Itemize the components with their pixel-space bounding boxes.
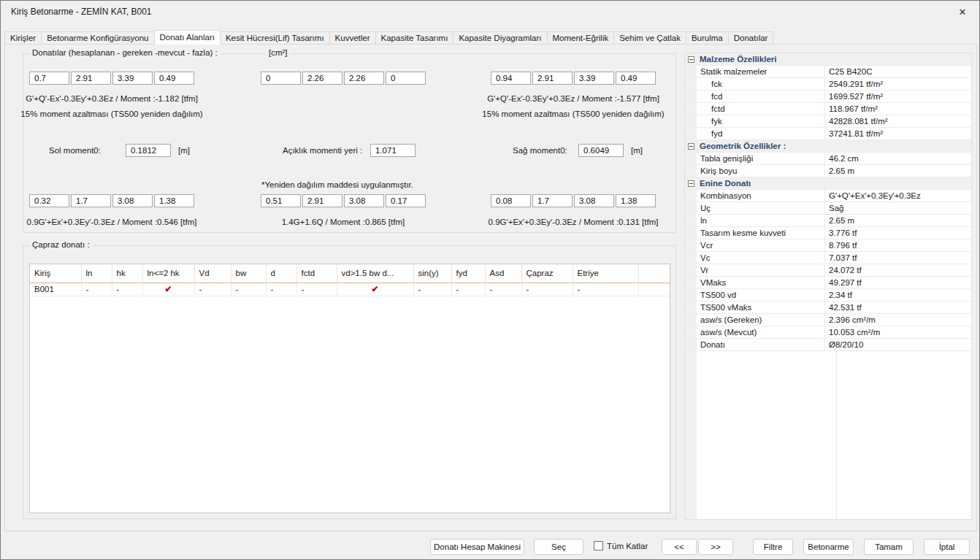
- rebar-value-input[interactable]: [261, 72, 301, 85]
- column-header[interactable]: Vd: [194, 264, 231, 283]
- bottom-right-combination-moment: 0.9G'+Ex'+0.3Ey'-0.3Ez / Moment :0.131 […: [489, 218, 659, 226]
- tab-kirisler[interactable]: Kirişler: [4, 31, 42, 45]
- tab-kapasite-tasarimi[interactable]: Kapasite Tasarımı: [375, 31, 454, 45]
- property-row[interactable]: ln 2.65 m: [685, 215, 971, 227]
- column-header[interactable]: fyd: [451, 264, 485, 283]
- tab-donati-alanlari[interactable]: Donatı Alanları: [154, 30, 221, 45]
- column-header[interactable]: hk: [112, 264, 142, 283]
- table-row[interactable]: B001 - - ✔ - - - - ✔ - - - - -: [30, 283, 670, 296]
- tab-betonarme-konfigurasyonu[interactable]: Betonarme Konfigürasyonu: [41, 31, 154, 45]
- cancel-button[interactable]: İptal: [924, 539, 970, 555]
- rebar-value-input[interactable]: [29, 72, 69, 85]
- rebar-value-input[interactable]: [154, 194, 194, 207]
- collapse-icon[interactable]: [688, 56, 694, 63]
- rebar-calculator-button[interactable]: Donatı Hesap Makinesi: [430, 539, 524, 555]
- rebar-value-input[interactable]: [71, 72, 111, 85]
- rebar-value-input[interactable]: [491, 72, 531, 85]
- select-button[interactable]: Seç: [534, 539, 583, 555]
- rebar-value-input[interactable]: [574, 72, 614, 85]
- property-row[interactable]: VMaks 49.297 tf: [685, 277, 971, 289]
- tab-donatilar[interactable]: Donatılar: [728, 31, 774, 45]
- all-floors-checkbox[interactable]: [594, 541, 603, 551]
- column-header[interactable]: fctd: [296, 264, 337, 283]
- column-header[interactable]: Etriye: [573, 264, 638, 283]
- column-header[interactable]: vd>1.5 bw d...: [337, 264, 413, 283]
- column-header[interactable]: Çapraz: [521, 264, 573, 283]
- property-section-malzeme[interactable]: Malzeme Özellikleri: [685, 53, 971, 66]
- previous-button[interactable]: <<: [662, 539, 697, 555]
- rebar-value-input[interactable]: [491, 194, 531, 207]
- rebar-value-input[interactable]: [261, 194, 301, 207]
- tab-burulma[interactable]: Burulma: [686, 31, 729, 45]
- property-section-enine-donati[interactable]: Enine Donatı: [685, 177, 971, 190]
- rebar-value-input[interactable]: [112, 194, 153, 207]
- rebar-value-input[interactable]: [532, 194, 573, 207]
- rebar-value-input[interactable]: [574, 194, 614, 207]
- filter-button[interactable]: Filtre: [753, 539, 793, 555]
- property-row[interactable]: fcd 1699.527 tf/m²: [685, 91, 971, 103]
- property-row[interactable]: Statik malzemeler C25 B420C: [685, 66, 971, 78]
- rebar-value-input[interactable]: [112, 72, 153, 85]
- collapse-icon[interactable]: [688, 180, 694, 187]
- tab-sehim-ve-catlak[interactable]: Sehim ve Çatlak: [613, 31, 686, 45]
- tab-kesit-hucresi-lif-tasarimi[interactable]: Kesit Hücresi(Lif) Tasarımı: [220, 31, 330, 45]
- property-row[interactable]: TS500 vd 2.34 tf: [685, 289, 971, 302]
- rebar-value-input[interactable]: [386, 194, 426, 207]
- property-row[interactable]: asw/s (Gereken) 2.396 cm²/m: [685, 314, 971, 326]
- rebar-value-input[interactable]: [616, 194, 656, 207]
- column-header[interactable]: ln<=2 hk: [142, 264, 194, 283]
- unit-label: [cm²]: [266, 48, 291, 57]
- property-row[interactable]: Kombinasyon G'+Q'+Ex'+0.3Ey'+0.3Ez: [685, 190, 971, 202]
- collapse-icon[interactable]: [688, 143, 694, 150]
- property-row[interactable]: TS500 vMaks 42.531 tf: [685, 302, 971, 314]
- property-row[interactable]: Uç Sağ: [685, 202, 971, 215]
- rebar-value-input[interactable]: [344, 194, 384, 207]
- property-row[interactable]: Vc 7.037 tf: [685, 252, 971, 264]
- tab-moment-egrilik[interactable]: Moment-Eğrilik: [547, 31, 615, 45]
- concrete-design-button[interactable]: Betonarme: [803, 539, 854, 555]
- rebar-value-input[interactable]: [29, 194, 69, 207]
- rebar-value-input[interactable]: [386, 72, 426, 85]
- all-floors-checkbox-group[interactable]: Tüm Katlar: [594, 541, 648, 551]
- property-row[interactable]: Vcr 8.796 tf: [685, 239, 971, 252]
- rebar-value-input[interactable]: [344, 72, 384, 85]
- property-row[interactable]: fck 2549.291 tf/m²: [685, 78, 971, 91]
- column-header[interactable]: d: [266, 264, 296, 283]
- property-row[interactable]: Donatı Ø8/20/10: [685, 339, 971, 351]
- column-header[interactable]: bw: [231, 264, 266, 283]
- rebar-value-input[interactable]: [302, 194, 342, 207]
- property-row[interactable]: fctd 118.967 tf/m²: [685, 103, 971, 115]
- property-section-geometrik[interactable]: Geometrik Özellikler :: [685, 140, 971, 153]
- top-left-combination-moment: G'+Q'-Ex'-0.3Ey'+0.3Ez / Moment :-1.182 …: [26, 94, 198, 103]
- column-header[interactable]: Kiriş: [30, 264, 81, 283]
- ok-button[interactable]: Tamam: [864, 539, 914, 555]
- check-icon: ✔: [142, 283, 194, 296]
- sol-moment-input[interactable]: [126, 144, 171, 157]
- rebar-value-input[interactable]: [302, 72, 342, 85]
- sag-moment-input[interactable]: [578, 144, 624, 157]
- property-row[interactable]: Kiriş boyu 2.65 m: [685, 165, 971, 177]
- column-header[interactable]: Asd: [485, 264, 521, 283]
- property-row[interactable]: Tabla genişliği 46.2 cm: [685, 153, 971, 165]
- next-button[interactable]: >>: [698, 539, 733, 555]
- column-header[interactable]: ln: [81, 264, 112, 283]
- property-row[interactable]: Tasarım kesme kuvveti 3.776 tf: [685, 227, 971, 239]
- tab-kuvvetler[interactable]: Kuvvetler: [329, 31, 376, 45]
- rebar-fields-top-left: [29, 72, 194, 85]
- property-row[interactable]: Vr 24.072 tf: [685, 264, 971, 277]
- rebar-value-input[interactable]: [71, 194, 111, 207]
- rebar-value-input[interactable]: [616, 72, 656, 85]
- top-left-redistribution-note: 15% moment azaltması (TS500 yeniden dağı…: [20, 110, 202, 118]
- column-header[interactable]: sin(y): [413, 264, 451, 283]
- property-row[interactable]: fyd 37241.81 tf/m²: [685, 128, 971, 140]
- rebar-value-input[interactable]: [532, 72, 573, 85]
- property-row[interactable]: asw/s (Mevcut) 10.053 cm²/m: [685, 326, 971, 339]
- rebar-value-input[interactable]: [154, 72, 194, 85]
- property-row[interactable]: fyk 42828.081 tf/m²: [685, 115, 971, 128]
- aciklik-moment-input[interactable]: [370, 144, 416, 157]
- property-grid-filler: [685, 351, 971, 519]
- close-icon[interactable]: ✕: [946, 1, 979, 23]
- table-cell: -: [266, 283, 296, 296]
- tab-kapasite-diyagramlari[interactable]: Kapasite Diyagramları: [453, 31, 547, 45]
- sol-moment-unit: [m]: [178, 146, 190, 155]
